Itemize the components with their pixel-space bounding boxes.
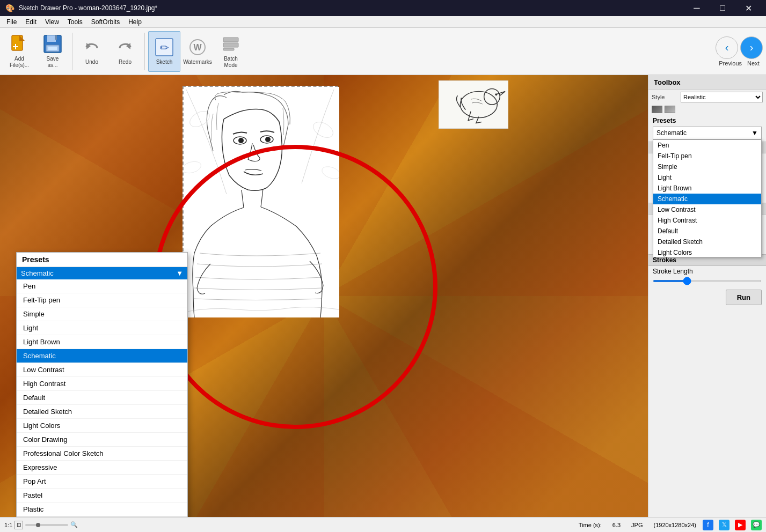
title-bar: 🎨 Sketch Drawer Pro - woman-2003647_1920… (0, 0, 766, 16)
preset-select-container: Schematic ▼ Pen Felt-Tip pen Simple Ligh… (653, 127, 762, 139)
watermarks-label: Watermarks (183, 59, 212, 65)
save-as-button[interactable]: Saveas... (37, 31, 69, 72)
add-file-button[interactable]: AddFile(s)... (3, 31, 35, 72)
app-icon: 🎨 (5, 4, 14, 12)
twitter-icon[interactable]: 𝕏 (719, 520, 729, 530)
zoom-slider-thumb[interactable] (36, 523, 40, 527)
preset-dropdown-list[interactable]: Pen Felt-Tip pen Simple Light Light Brow… (653, 139, 762, 257)
preset-low-contrast[interactable]: Low Contrast (653, 204, 761, 215)
preset-option-detailed-sketch[interactable]: Detailed Sketch (17, 405, 187, 419)
next-button[interactable]: › (740, 36, 763, 59)
preset-default[interactable]: Default (653, 226, 761, 237)
svg-rect-16 (223, 43, 238, 47)
preset-selected-text: Schematic (656, 129, 687, 137)
preset-felt-tip[interactable]: Felt-Tip pen (653, 151, 761, 161)
preset-detailed-sketch[interactable]: Detailed Sketch (653, 237, 761, 247)
preset-simple[interactable]: Simple (653, 161, 761, 172)
nav-labels: Previous Next (719, 60, 759, 66)
preset-option-low-contrast[interactable]: Low Contrast (17, 363, 187, 377)
add-file-label: AddFile(s)... (10, 56, 29, 69)
preset-option-light[interactable]: Light (17, 321, 187, 335)
menu-edit[interactable]: Edit (21, 17, 41, 27)
preset-light-brown[interactable]: Light Brown (653, 183, 761, 194)
svg-rect-3 (13, 46, 18, 47)
preset-option-plastic[interactable]: Plastic (17, 503, 187, 516)
big-preset-selected-row[interactable]: Schematic ▼ (17, 267, 187, 279)
zoom-fit-button[interactable]: ⊡ (14, 521, 23, 529)
stroke-length-label: Stroke Length (653, 268, 693, 275)
undo-button[interactable]: Undo (76, 31, 108, 72)
main-area: Presets Schematic ▼ Pen Felt-Tip pen Sim… (0, 75, 766, 517)
close-button[interactable]: ✕ (736, 0, 761, 16)
preset-option-schematic[interactable]: Schematic (17, 349, 187, 363)
contour-label-big: Contour (17, 516, 187, 517)
style-row: Style Realistic Cartoon Watercolor (648, 90, 766, 104)
preset-schematic[interactable]: Schematic (653, 194, 761, 204)
menu-view[interactable]: View (41, 17, 63, 27)
navigation-area: ‹ › Previous Next (716, 36, 763, 66)
run-area: Run (648, 285, 766, 309)
stroke-length-slider[interactable] (653, 280, 762, 282)
preset-option-high-contrast[interactable]: High Contrast (17, 377, 187, 391)
minimize-button[interactable]: ─ (684, 0, 709, 16)
svg-text:W: W (193, 43, 202, 52)
zoom-slider-track[interactable] (25, 524, 68, 526)
batch-mode-button[interactable]: BatchMode (215, 31, 247, 72)
canvas-area: Presets Schematic ▼ Pen Felt-Tip pen Sim… (0, 75, 648, 517)
window-title: Sketch Drawer Pro - woman-2003647_1920.j… (19, 4, 684, 12)
preset-pen[interactable]: Pen (653, 140, 761, 151)
big-preset-selected-value: Schematic (21, 269, 54, 277)
watermarks-button[interactable]: W Watermarks (181, 31, 214, 72)
separator-1 (72, 33, 72, 70)
maximize-button[interactable]: □ (710, 0, 735, 16)
svg-point-25 (238, 138, 244, 143)
preset-option-default[interactable]: Default (17, 391, 187, 405)
big-preset-list[interactable]: Pen Felt-Tip pen Simple Light Light Brow… (17, 279, 187, 516)
preset-option-pastel[interactable]: Pastel (17, 489, 187, 503)
menu-softorbits[interactable]: SoftOrbits (87, 17, 124, 27)
preset-option-light-colors[interactable]: Light Colors (17, 419, 187, 433)
preset-option-color-drawing[interactable]: Color Drawing (17, 433, 187, 447)
toolbox-header: Toolbox (648, 75, 766, 90)
save-icon (43, 34, 62, 54)
preset-option-pop-art[interactable]: Pop Art (17, 475, 187, 489)
preset-light[interactable]: Light (653, 172, 761, 183)
menu-file[interactable]: File (2, 17, 21, 27)
youtube-icon[interactable]: ▶ (735, 520, 746, 530)
time-label: Time (s): (579, 522, 602, 528)
sketch-canvas[interactable] (183, 86, 338, 316)
redo-button[interactable]: Redo (109, 31, 141, 72)
menu-tools[interactable]: Tools (63, 17, 87, 27)
run-button[interactable]: Run (726, 290, 762, 305)
previous-button[interactable]: ‹ (716, 36, 738, 59)
time-value: 6.3 (612, 522, 621, 528)
preset-light-colors[interactable]: Light Colors (653, 247, 761, 257)
preset-select-box[interactable]: Schematic ▼ (653, 127, 762, 139)
preset-option-expressive[interactable]: Expressive (17, 461, 187, 475)
undo-icon (82, 38, 101, 57)
preset-option-light-brown[interactable]: Light Brown (17, 335, 187, 349)
menu-help[interactable]: Help (124, 17, 146, 27)
dimensions-label: (1920x1280x24) (653, 522, 696, 528)
facebook-icon[interactable]: f (703, 520, 713, 530)
presets-label: Presets (648, 115, 766, 125)
toolbar: AddFile(s)... Saveas... Undo (0, 28, 766, 75)
big-preset-chevron: ▼ (176, 269, 183, 277)
whatsapp-icon[interactable]: 💬 (751, 520, 762, 530)
svg-point-26 (265, 137, 271, 142)
big-presets-dropdown[interactable]: Presets Schematic ▼ Pen Felt-Tip pen Sim… (16, 252, 188, 517)
svg-rect-6 (55, 35, 57, 40)
preset-option-felt-tip[interactable]: Felt-Tip pen (17, 293, 187, 307)
preset-high-contrast[interactable]: High Contrast (653, 215, 761, 226)
sketch-button[interactable]: ✏ Sketch (148, 31, 180, 72)
preset-option-simple[interactable]: Simple (17, 307, 187, 321)
add-file-icon (10, 34, 29, 54)
preset-icon-1 (652, 106, 662, 113)
zoom-level: 1:1 (4, 522, 12, 528)
right-toolbox-panel: Toolbox Style Realistic Cartoon Watercol… (648, 75, 766, 517)
sketch-icon: ✏ (155, 38, 174, 57)
preset-option-professional-color-sketch[interactable]: Professional Color Sketch (17, 447, 187, 461)
save-as-label: Saveas... (47, 56, 59, 69)
preset-option-pen[interactable]: Pen (17, 279, 187, 293)
style-dropdown[interactable]: Realistic Cartoon Watercolor (681, 92, 763, 102)
